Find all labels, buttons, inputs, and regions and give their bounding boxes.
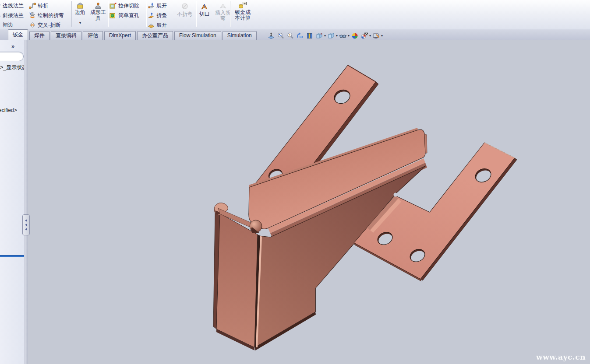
tab-sheet-metal[interactable]: 钣金	[8, 29, 28, 40]
zoom-area-icon	[277, 32, 285, 40]
no-bends-label: 不折弯	[177, 11, 193, 17]
insert-bends-label-line2: 弯	[220, 16, 226, 21]
flatten-icon	[148, 21, 155, 28]
bend-relief-notch	[394, 193, 398, 197]
insert-bends-icon	[219, 2, 227, 9]
miter-flange-icon	[0, 12, 1, 19]
tab-direct-editing[interactable]: 直接编辑	[51, 31, 81, 40]
flatten-label: 展开	[156, 21, 167, 29]
rip-label: 切口	[199, 11, 210, 17]
collapse-arrow-icon	[25, 228, 27, 231]
fold-icon	[148, 12, 155, 19]
rotate-view-icon	[296, 32, 304, 40]
edge-flange-icon	[0, 2, 1, 9]
rotate-view-button[interactable]	[295, 32, 304, 41]
simple-hole-icon	[110, 12, 117, 19]
miter-flange-button[interactable]: 斜接法兰	[0, 11, 24, 20]
zoom-in-out-button[interactable]	[286, 32, 295, 41]
view-settings-button[interactable]	[360, 32, 369, 41]
edit-appearance-icon	[372, 32, 380, 40]
panel-splitter-handle[interactable]	[22, 214, 30, 235]
toolbar-separator	[196, 1, 196, 27]
display-state-text: t>_显示状态	[0, 64, 24, 71]
solidworks-window: 边线法兰 斜接法兰 褶边 转折 绘制的折弯	[0, 0, 590, 364]
section-view-button[interactable]	[305, 32, 314, 41]
corner-dropdown-arrow[interactable]: ▾	[79, 21, 81, 25]
display-style-button[interactable]	[326, 32, 336, 41]
panel-divider-line	[0, 255, 24, 257]
view-settings-dropdown[interactable]: ▾	[369, 34, 371, 38]
toolbar-separator	[108, 1, 108, 27]
cross-break-button[interactable]: 交叉-折断	[29, 21, 60, 29]
zoom-fit-icon	[267, 32, 275, 40]
tab-evaluate[interactable]: 评估	[83, 31, 103, 40]
simple-hole-label: 简单直孔	[118, 12, 139, 19]
sheet-metal-cost-button[interactable]: 钣金成 本计算	[232, 1, 253, 21]
extruded-cut-label: 拉伸切除	[118, 2, 139, 10]
hide-show-items-icon	[339, 32, 347, 40]
flatten-button[interactable]: 展开	[148, 21, 167, 29]
hem-icon	[0, 21, 1, 28]
hide-show-items-button[interactable]	[338, 32, 347, 41]
rip-button[interactable]: 切口	[197, 2, 212, 17]
jog-button[interactable]: 转折	[29, 1, 48, 10]
toolbar-separator	[230, 1, 230, 27]
unfold-button[interactable]: 展开	[148, 1, 167, 10]
tab-dimxpert[interactable]: DimXpert	[104, 31, 136, 40]
hem-button[interactable]: 褶边	[0, 21, 13, 29]
panel-filter-box[interactable]	[0, 52, 24, 61]
no-bends-icon	[181, 2, 189, 10]
sketched-bend-icon	[29, 12, 36, 19]
toolbar-separator	[146, 1, 146, 27]
rip-icon	[200, 2, 209, 10]
simple-hole-button[interactable]: 简单直孔	[110, 11, 139, 20]
view-orientation-dropdown[interactable]: ▾	[324, 34, 326, 38]
view-orientation-button[interactable]	[314, 32, 324, 41]
corner-icon	[76, 1, 85, 10]
forming-tools-icon	[94, 2, 102, 10]
corner-button[interactable]: 边角 ▾	[72, 1, 88, 25]
sheet-metal-cost-icon	[238, 1, 247, 9]
extruded-cut-button[interactable]: 拉伸切除	[110, 1, 139, 10]
sketched-bend-label: 绘制的折弯	[38, 12, 64, 19]
fold-button[interactable]: 折叠	[148, 11, 167, 20]
zoom-fit-button[interactable]	[266, 32, 276, 41]
forming-tools-button[interactable]: 成形工 具	[88, 2, 108, 21]
apply-scene-button[interactable]	[350, 32, 359, 41]
no-bends-button: 不折弯	[175, 2, 194, 17]
feature-manager-panel: » t>_显示状态 ecified>	[0, 40, 24, 364]
graphics-viewport[interactable]: www.ayc.cn	[28, 40, 590, 364]
panel-expand-chevron[interactable]: »	[11, 43, 14, 49]
apply-scene-icon	[351, 32, 359, 40]
ribbon-toolbar: 边线法兰 斜接法兰 褶边 转折 绘制的折弯	[0, 0, 590, 29]
heads-up-view-toolbar: ▾ ▾ ▾	[266, 31, 383, 41]
toolbar-separator	[71, 1, 72, 27]
edit-appearance-button[interactable]	[371, 32, 381, 41]
section-view-icon	[306, 32, 314, 40]
edit-appearance-dropdown[interactable]: ▾	[381, 34, 383, 38]
extruded-cut-icon	[110, 2, 117, 9]
tab-weldments[interactable]: 焊件	[29, 31, 49, 40]
tab-office-products[interactable]: 办公室产品	[137, 31, 173, 40]
sketched-bend-button[interactable]: 绘制的折弯	[29, 11, 64, 20]
tab-flow-simulation[interactable]: Flow Simulation	[174, 31, 221, 40]
collapse-arrow-icon	[25, 219, 27, 222]
hide-show-items-dropdown[interactable]: ▾	[348, 34, 350, 38]
zoom-area-button[interactable]	[276, 32, 285, 41]
zoom-in-out-icon	[286, 32, 294, 40]
unfold-label: 展开	[156, 2, 167, 10]
sheet-metal-cost-label-line2: 本计算	[235, 15, 251, 21]
edge-flange-button[interactable]: 边线法兰	[0, 1, 24, 10]
display-style-dropdown[interactable]: ▾	[336, 34, 338, 38]
miter-flange-label: 斜接法兰	[3, 12, 24, 19]
cross-break-icon	[29, 21, 36, 28]
tab-simulation[interactable]: Simulation	[223, 31, 257, 40]
fold-label: 折叠	[156, 12, 167, 19]
corner-label: 边角	[75, 10, 85, 15]
material-not-specified-text: ecified>	[0, 107, 17, 113]
viewport-3d[interactable]	[28, 40, 590, 364]
display-style-icon	[327, 32, 335, 40]
cross-break-label: 交叉-折断	[38, 21, 60, 29]
edge-flange-label: 边线法兰	[3, 2, 24, 10]
jog-icon	[29, 2, 36, 9]
